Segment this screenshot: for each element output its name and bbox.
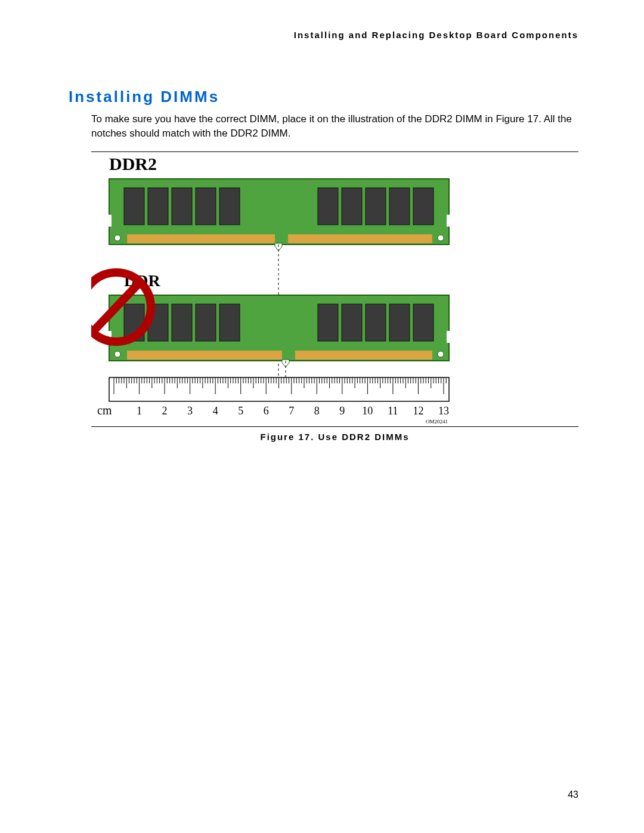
- ruler-mark: 5: [238, 405, 243, 417]
- svg-rect-24: [172, 304, 192, 341]
- running-head: Installing and Replacing Desktop Board C…: [69, 30, 578, 40]
- svg-rect-10: [366, 188, 386, 225]
- ruler-mark: 7: [289, 405, 294, 417]
- svg-rect-11: [389, 188, 410, 225]
- svg-rect-35: [295, 351, 432, 360]
- svg-rect-3: [124, 188, 144, 225]
- ruler: cm 12345678910111213 OM20241: [97, 377, 449, 425]
- ruler-mark: 11: [388, 405, 398, 417]
- ruler-mark: 9: [339, 405, 345, 417]
- svg-rect-6: [196, 188, 216, 225]
- svg-rect-26: [219, 304, 240, 341]
- svg-rect-12: [413, 188, 434, 225]
- svg-rect-5: [172, 188, 192, 225]
- svg-rect-15: [127, 234, 275, 243]
- om-code: OM20241: [426, 419, 448, 425]
- ruler-mark: 6: [264, 405, 269, 417]
- ruler-unit: cm: [97, 404, 112, 417]
- ddr-module: [108, 295, 450, 367]
- svg-rect-7: [219, 188, 240, 225]
- ddr2-module: [108, 179, 450, 251]
- figure-caption: Figure 17. Use DDR2 DIMMs: [91, 432, 578, 442]
- ddr2-label: DDR2: [109, 154, 157, 174]
- dimm-illustration: DDR2: [91, 152, 461, 426]
- svg-rect-29: [366, 304, 386, 341]
- figure-17: DDR2: [91, 151, 578, 427]
- svg-point-33: [438, 351, 444, 357]
- ruler-mark: 10: [362, 405, 373, 417]
- svg-rect-9: [342, 188, 362, 225]
- svg-point-32: [114, 351, 120, 357]
- intro-paragraph: To make sure you have the correct DIMM, …: [91, 112, 578, 141]
- ruler-mark: 1: [137, 405, 142, 417]
- svg-rect-2: [447, 215, 450, 227]
- svg-rect-25: [196, 304, 216, 341]
- svg-point-14: [438, 235, 444, 241]
- page-number: 43: [568, 789, 578, 800]
- section-title: Installing DIMMs: [69, 88, 578, 106]
- svg-rect-21: [447, 331, 450, 343]
- svg-rect-27: [318, 304, 338, 341]
- svg-rect-30: [389, 304, 410, 341]
- svg-rect-31: [413, 304, 434, 341]
- svg-rect-4: [148, 188, 168, 225]
- svg-point-13: [114, 235, 120, 241]
- ruler-mark: 13: [438, 405, 449, 417]
- ruler-mark: 8: [314, 405, 320, 417]
- svg-rect-28: [342, 304, 362, 341]
- svg-rect-34: [127, 351, 282, 360]
- ruler-mark: 3: [187, 405, 193, 417]
- svg-rect-1: [108, 215, 112, 227]
- ruler-mark: 4: [213, 405, 218, 417]
- ruler-mark: 2: [162, 405, 168, 417]
- svg-rect-8: [318, 188, 338, 225]
- svg-rect-16: [288, 234, 432, 243]
- ruler-mark: 12: [413, 405, 423, 417]
